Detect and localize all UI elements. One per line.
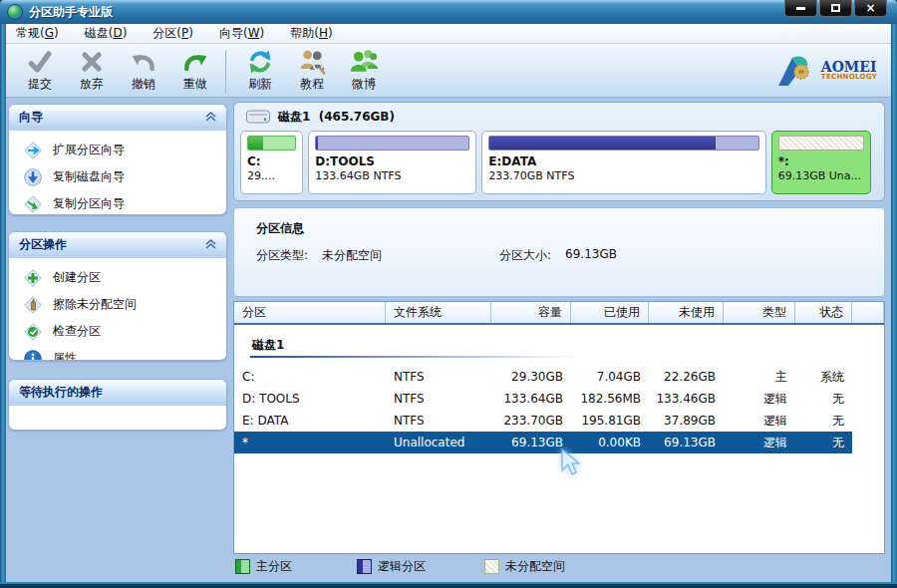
brand-area: AOMEI TECHNOLOGY — [774, 50, 877, 90]
sidebar-item-label: 扩展分区向导 — [53, 142, 125, 158]
discard-x-icon — [77, 48, 107, 76]
title-bar[interactable]: 分区助手专业版 × — [0, 0, 897, 24]
pending-ops-empty-list — [9, 406, 226, 430]
table-row-e[interactable]: E: DATA NTFS 233.70GB 195.81GB 37.89GB 逻… — [234, 410, 852, 432]
minimize-button[interactable] — [784, 0, 817, 17]
partition-usage-bar — [489, 137, 715, 149]
discard-button[interactable]: 放弃 — [66, 48, 118, 93]
close-button[interactable]: × — [854, 0, 887, 17]
column-header-status[interactable]: 状态 — [795, 302, 852, 323]
properties-icon — [23, 349, 43, 362]
disk-map-panel: 磁盘1 (465.76GB) C: 29.... D:TOOLS 133.64G… — [233, 102, 885, 201]
sidebar-item-label: 复制磁盘向导 — [53, 168, 125, 185]
sidebar-item-extend-partition-wizard[interactable]: 扩展分区向导 — [9, 137, 226, 163]
app-icon — [7, 4, 23, 20]
window-title: 分区助手专业版 — [29, 4, 113, 21]
refresh-button[interactable]: 刷新 — [234, 48, 286, 93]
maximize-button[interactable] — [819, 0, 852, 17]
check-partition-icon — [23, 322, 43, 342]
table-row-d[interactable]: D: TOOLS NTFS 133.64GB 182.56MB 133.46GB… — [234, 388, 852, 410]
wizards-panel-header[interactable]: 向导 — [9, 105, 226, 131]
commit-check-icon — [25, 48, 55, 76]
sidebar-item-label: 属性 — [53, 350, 77, 361]
sidebar-item-check-partition[interactable]: 检查分区 — [9, 318, 226, 345]
partition-size-label: 分区大小: — [499, 247, 551, 264]
column-header-used[interactable]: 已使用 — [571, 302, 649, 323]
sidebar-item-properties[interactable]: 属性 — [9, 345, 226, 361]
menu-bar: 常规(G) 磁盘(D) 分区(P) 向导(W) 帮助(H) — [6, 24, 891, 44]
legend-primary: 主分区 — [235, 558, 292, 575]
sidebar-item-copy-disk-wizard[interactable]: 复制磁盘向导 — [9, 163, 226, 190]
unallocated-swatch — [484, 559, 499, 574]
disk-group-label: 磁盘1 — [252, 337, 884, 354]
undo-arrow-icon — [129, 48, 158, 76]
menu-wizard[interactable]: 向导(W) — [219, 25, 264, 42]
sidebar-item-copy-partition-wizard[interactable]: 复制分区向导 — [9, 190, 226, 215]
column-header-capacity[interactable]: 容量 — [491, 302, 571, 323]
copy-partition-wizard-icon — [23, 194, 43, 214]
logical-partition-swatch — [357, 559, 372, 574]
collapse-chevron-icon[interactable] — [205, 238, 216, 252]
table-row-unallocated[interactable]: * Unallocated 69.13GB 0.00KB 69.13GB 逻辑 … — [234, 432, 852, 453]
app-window: 分区助手专业版 × 常规(G) 磁盘(D) 分区(P) 向导(W) 帮助(H) … — [0, 0, 897, 588]
commit-button[interactable]: 提交 — [14, 48, 66, 93]
tutorial-button[interactable]: 教程 — [286, 48, 338, 93]
partition-type-value: 未分配空间 — [322, 247, 382, 264]
wipe-unallocated-icon — [23, 295, 43, 315]
column-header-filler — [852, 302, 884, 323]
disk-group-underline — [250, 356, 579, 358]
sidebar-item-label: 复制分区向导 — [53, 195, 125, 212]
mouse-cursor — [560, 448, 582, 476]
table-row-c[interactable]: C: NTFS 29.30GB 7.04GB 22.26GB 主 系统 — [234, 366, 852, 388]
partition-box-e[interactable]: E:DATA 233.70GB NTFS — [481, 131, 765, 194]
pending-ops-panel-title: 等待执行的操作 — [19, 384, 103, 401]
partition-size-value: 69.13GB — [565, 247, 617, 264]
column-header-filesystem[interactable]: 文件系统 — [386, 302, 491, 323]
partition-usage-bar — [316, 137, 318, 149]
toolbar-separator — [225, 50, 226, 94]
window-frame-left — [0, 24, 6, 582]
partition-ops-panel-header[interactable]: 分区操作 — [9, 232, 226, 258]
copy-disk-wizard-icon — [23, 167, 43, 187]
sidebar-item-create-partition[interactable]: 创建分区 — [9, 264, 226, 291]
brand-name: AOMEI — [821, 60, 877, 74]
partition-ops-panel: 分区操作 创建分区 擦除未分配空间 检查分区 属性 — [8, 231, 227, 361]
sidebar-item-label: 检查分区 — [53, 323, 101, 340]
column-header-unused[interactable]: 未使用 — [649, 302, 724, 323]
weibo-button[interactable]: 微博 — [338, 48, 390, 93]
close-icon: × — [865, 3, 875, 13]
collapse-chevron-icon[interactable] — [205, 111, 216, 125]
partition-table-panel: 分区 文件系统 容量 已使用 未使用 类型 状态 磁盘1 C: NTFS 29.… — [233, 301, 885, 554]
menu-general[interactable]: 常规(G) — [16, 25, 59, 42]
create-partition-icon — [23, 268, 43, 288]
partition-info-title: 分区信息 — [256, 220, 884, 237]
column-header-type[interactable]: 类型 — [724, 302, 795, 323]
maximize-icon — [831, 4, 840, 12]
undo-button[interactable]: 撤销 — [118, 48, 169, 93]
refresh-icon — [245, 48, 275, 76]
brand-subtitle: TECHNOLOGY — [821, 74, 877, 81]
partition-info-panel: 分区信息 分区类型: 未分配空间 分区大小: 69.13GB — [233, 207, 885, 297]
window-controls: × — [782, 0, 887, 17]
partition-box-d[interactable]: D:TOOLS 133.64GB NTFS — [308, 131, 476, 194]
table-header-row: 分区 文件系统 容量 已使用 未使用 类型 状态 — [234, 302, 884, 325]
menu-partition[interactable]: 分区(P) — [152, 25, 193, 42]
partition-box-c[interactable]: C: 29.... — [240, 131, 303, 194]
partition-box-unallocated[interactable]: *: 69.13GB Una... — [771, 131, 871, 194]
pending-ops-panel-header[interactable]: 等待执行的操作 — [9, 380, 226, 406]
sidebar-item-wipe-unallocated[interactable]: 擦除未分配空间 — [9, 291, 226, 318]
disk-icon — [246, 110, 270, 125]
menu-disk[interactable]: 磁盘(D) — [85, 25, 128, 42]
tutorial-people-icon — [297, 48, 327, 76]
partition-usage-bar — [248, 137, 263, 149]
redo-arrow-icon — [180, 48, 210, 76]
column-header-partition[interactable]: 分区 — [234, 302, 386, 323]
primary-partition-swatch — [235, 559, 250, 574]
menu-help[interactable]: 帮助(H) — [290, 25, 332, 42]
wizards-panel-title: 向导 — [19, 109, 43, 126]
disk-title: 磁盘1 (465.76GB) — [278, 109, 395, 126]
redo-button[interactable]: 重做 — [169, 48, 221, 93]
aomei-logo-icon — [774, 50, 816, 90]
sidebar-item-label: 创建分区 — [53, 269, 101, 286]
weibo-people-icon — [349, 48, 379, 76]
